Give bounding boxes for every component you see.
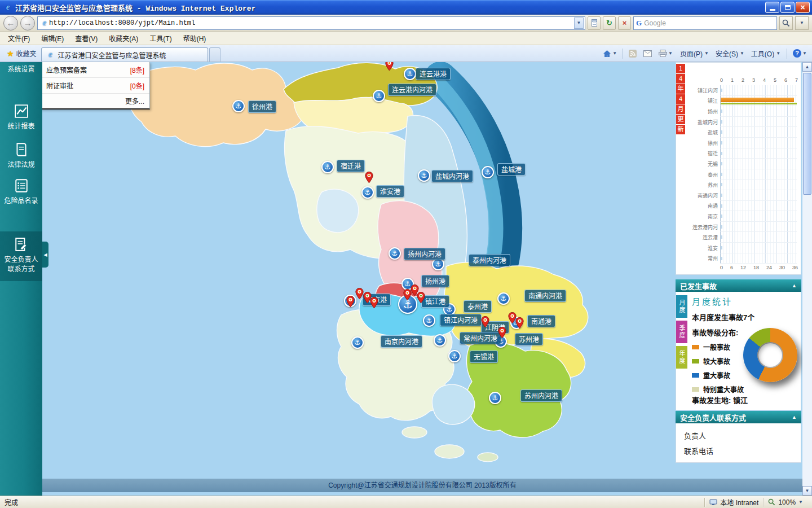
forward-button[interactable]: → [20, 16, 35, 30]
port-anchor-icon[interactable]: ⚓ [418, 169, 430, 182]
quickpanel-row[interactable]: 应急预案备案[8条] [42, 62, 149, 78]
map-area[interactable]: ◀ 应急预案备案[8条]附证审批[0条] 更多... ⚓连云港港⚓连云港内河港⚓… [42, 62, 802, 496]
print-button[interactable]: ▼ [656, 48, 676, 59]
accident-pin-icon[interactable] [515, 317, 524, 329]
command-button[interactable]: 安全(S)▼ [712, 47, 748, 60]
collapse-chevron-icon[interactable]: ▲ [792, 414, 797, 420]
port-label[interactable]: 徐州港 [248, 100, 276, 113]
accident-pin-icon[interactable] [417, 292, 425, 304]
port-label[interactable]: 南京内河港 [381, 335, 422, 348]
menu-item[interactable]: 收藏夹(A) [103, 32, 144, 45]
menu-item[interactable]: 编辑(E) [36, 32, 69, 45]
port-anchor-icon[interactable]: ⚓ [351, 336, 364, 349]
sidebar-item-top[interactable]: 系统设置 [0, 64, 42, 73]
help-button[interactable]: ?▼ [790, 47, 810, 59]
back-button[interactable]: ← [3, 16, 18, 30]
sidebar-collapse-handle[interactable]: ◀ [42, 242, 48, 268]
home-button[interactable]: ▼ [600, 48, 620, 59]
vertical-scrollbar[interactable]: ▲ ▼ [802, 62, 812, 496]
search-button[interactable] [779, 16, 793, 30]
new-tab-stub[interactable] [209, 47, 220, 62]
address-field[interactable]: e http://localhost:8080/yjpt/Main.html ▼ [37, 16, 585, 30]
accident-pin-icon[interactable] [346, 296, 355, 308]
accident-pin-icon[interactable] [370, 297, 378, 309]
url-text[interactable]: http://localhost:8080/yjpt/Main.html [49, 19, 574, 27]
sidebar-item-1[interactable]: 统计报表 [0, 104, 42, 132]
port-label[interactable]: 扬州内河港 [404, 248, 445, 260]
favorites-button[interactable]: ★ 收藏夹 [2, 46, 41, 60]
port-anchor-icon[interactable]: ⚓ [482, 166, 494, 178]
accident-pin-icon[interactable] [498, 327, 506, 339]
port-anchor-icon[interactable]: ⚓ [232, 100, 245, 112]
minimize-button[interactable] [765, 2, 779, 13]
command-button[interactable]: 工具(O)▼ [748, 47, 784, 60]
port-anchor-icon[interactable]: ⚓ [448, 350, 461, 362]
zoom-control[interactable]: 100% ▼ [764, 498, 807, 506]
port-label[interactable]: 盐城港 [497, 163, 526, 176]
port-label[interactable]: 苏州港 [515, 333, 543, 345]
collapse-chevron-icon[interactable]: ▲ [792, 283, 797, 288]
period-tab-3[interactable]: 年度 [676, 346, 687, 369]
port-anchor-icon[interactable]: ⚓ [489, 392, 501, 404]
sidebar-item-4[interactable]: 安全负责人联系方式 [0, 231, 42, 281]
browser-tab[interactable]: e 江苏省港口安全监管与应急管理系统 [41, 47, 208, 62]
port-label[interactable]: 镇江内河港 [440, 314, 482, 326]
quickpanel-item-label[interactable]: 附证审批 [46, 81, 73, 90]
sidebar-item-2[interactable]: 法律法规 [0, 142, 42, 170]
menu-item[interactable]: 工具(T) [144, 32, 177, 45]
port-label[interactable]: 镇江港 [421, 295, 449, 308]
sidebar-item-3[interactable]: 危险品名录 [0, 178, 42, 206]
scrollbar-thumb[interactable] [803, 73, 811, 195]
contact-panel-header[interactable]: 安全负责人联系方式 ▲ [676, 411, 801, 423]
maximize-button[interactable] [780, 2, 795, 13]
quickpanel-more-link[interactable]: 更多... [42, 94, 149, 108]
accident-pin-icon[interactable] [355, 288, 364, 300]
port-label[interactable]: 连云港港 [416, 68, 451, 80]
port-anchor-icon[interactable]: ⚓ [389, 247, 401, 260]
port-label[interactable]: 常州内河港 [460, 332, 501, 344]
port-label[interactable]: 淮安港 [376, 185, 404, 198]
accident-pin-icon[interactable] [481, 316, 489, 328]
port-anchor-icon[interactable]: ⚓ [434, 334, 446, 347]
port-label[interactable]: 泰州港 [464, 300, 492, 313]
port-anchor-icon[interactable]: ⚓ [497, 292, 510, 305]
accident-panel-header[interactable]: 已发生事故 ▲ [676, 279, 801, 292]
port-anchor-icon[interactable]: ⚓ [423, 314, 435, 327]
accident-pin-icon[interactable] [385, 62, 394, 71]
feeds-button[interactable] [626, 48, 639, 59]
port-label[interactable]: 无锡港 [470, 351, 498, 363]
search-options-button[interactable]: ▼ [795, 16, 809, 30]
quickpanel-row[interactable]: 附证审批[0条] [42, 78, 149, 94]
port-label[interactable]: 南通港 [527, 315, 555, 327]
search-input[interactable]: G Google [633, 16, 777, 30]
command-button[interactable]: 页面(P)▼ [677, 47, 712, 60]
port-label[interactable]: 扬州港 [421, 275, 449, 287]
search-placeholder[interactable]: Google [644, 19, 774, 27]
scroll-down-button[interactable]: ▼ [802, 486, 812, 496]
accident-pin-icon[interactable] [365, 172, 373, 183]
address-dropdown[interactable]: ▼ [574, 17, 584, 29]
mail-button[interactable] [641, 49, 655, 59]
port-anchor-icon[interactable]: ⚓ [373, 90, 385, 102]
accident-pin-icon[interactable] [403, 289, 412, 301]
period-tab-2[interactable]: 季度 [676, 321, 687, 343]
compatibility-button[interactable] [588, 16, 601, 30]
port-label[interactable]: 连云港内河港 [388, 84, 436, 96]
stop-button[interactable]: × [618, 16, 631, 30]
menu-item[interactable]: 查看(V) [69, 32, 103, 45]
port-anchor-icon[interactable]: ⚓ [404, 68, 416, 80]
port-label[interactable]: 宿迁港 [337, 160, 365, 172]
port-label[interactable]: 南通内河港 [524, 290, 566, 302]
menu-item[interactable]: 文件(F) [2, 32, 36, 45]
quickpanel-item-label[interactable]: 应急预案备案 [46, 65, 87, 75]
close-button[interactable]: × [796, 2, 810, 13]
port-label[interactable]: 泰州内河港 [469, 254, 510, 266]
period-tab-1[interactable]: 月度 [676, 295, 687, 318]
port-label[interactable]: 盐城内河港 [431, 170, 473, 182]
port-anchor-icon[interactable]: ⚓ [321, 161, 334, 173]
scroll-up-button[interactable]: ▲ [802, 62, 812, 72]
port-label[interactable]: 苏州内河港 [520, 389, 562, 402]
port-anchor-icon[interactable]: ⚓ [361, 186, 374, 199]
refresh-button[interactable]: ↻ [603, 16, 616, 30]
menu-item[interactable]: 帮助(H) [178, 32, 212, 45]
